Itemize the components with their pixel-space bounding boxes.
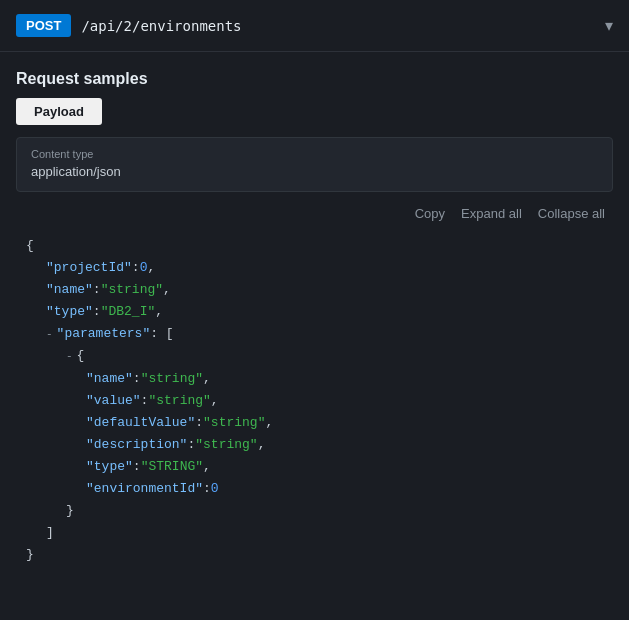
json-key: "type" xyxy=(46,301,93,323)
json-bracket: } xyxy=(66,500,74,522)
json-value: "DB2_I" xyxy=(101,301,156,323)
chevron-down-icon[interactable]: ▾ xyxy=(605,16,613,35)
json-line: "name": "string", xyxy=(26,368,603,390)
top-bar: POST /api/2/environments ▾ xyxy=(0,0,629,52)
json-line: } xyxy=(26,500,603,522)
json-key: "description" xyxy=(86,434,187,456)
json-key: "defaultValue" xyxy=(86,412,195,434)
tabs-bar: Payload xyxy=(0,98,629,137)
copy-button[interactable]: Copy xyxy=(407,202,453,225)
json-line: ] xyxy=(26,522,603,544)
json-value: 0 xyxy=(140,257,148,279)
content-type-value: application/json xyxy=(31,164,598,179)
json-line: "defaultValue": "string", xyxy=(26,412,603,434)
json-line: - { xyxy=(26,345,603,367)
json-value: "string" xyxy=(148,390,210,412)
json-key: "parameters" xyxy=(57,323,151,345)
json-line: - "parameters": [ xyxy=(26,323,603,345)
json-line: "projectId": 0, xyxy=(26,257,603,279)
json-line: "environmentId": 0 xyxy=(26,478,603,500)
json-display: { "projectId": 0, "name": "string", "typ… xyxy=(16,229,613,582)
json-line: } xyxy=(26,544,603,566)
json-key: "projectId" xyxy=(46,257,132,279)
json-key: "value" xyxy=(86,390,141,412)
collapse-icon[interactable]: - xyxy=(46,325,53,344)
tab-payload[interactable]: Payload xyxy=(16,98,102,125)
json-line: "value": "string", xyxy=(26,390,603,412)
json-open-brace: { xyxy=(26,235,34,257)
json-value: "string" xyxy=(101,279,163,301)
json-key: "type" xyxy=(86,456,133,478)
json-line: "description": "string", xyxy=(26,434,603,456)
json-line: "name": "string", xyxy=(26,279,603,301)
json-value: "STRING" xyxy=(141,456,203,478)
json-toolbar: Copy Expand all Collapse all xyxy=(0,192,629,229)
json-bracket: ] xyxy=(46,522,54,544)
content-type-label: Content type xyxy=(31,148,598,160)
section-title: Request samples xyxy=(0,52,629,98)
content-type-box: Content type application/json xyxy=(16,137,613,192)
json-value: "string" xyxy=(141,368,203,390)
json-close-brace: } xyxy=(26,544,34,566)
json-line: { xyxy=(26,235,603,257)
method-path: POST /api/2/environments xyxy=(16,14,242,37)
collapse-all-button[interactable]: Collapse all xyxy=(530,202,613,225)
json-line: "type": "STRING", xyxy=(26,456,603,478)
json-key: "name" xyxy=(86,368,133,390)
json-key: "environmentId" xyxy=(86,478,203,500)
method-badge: POST xyxy=(16,14,71,37)
json-value: "string" xyxy=(195,434,257,456)
json-key: "name" xyxy=(46,279,93,301)
collapse-icon[interactable]: - xyxy=(66,347,73,366)
endpoint-path: /api/2/environments xyxy=(81,18,241,34)
json-bracket: { xyxy=(77,345,85,367)
json-line: "type": "DB2_I", xyxy=(26,301,603,323)
expand-all-button[interactable]: Expand all xyxy=(453,202,530,225)
json-value: "string" xyxy=(203,412,265,434)
json-value: 0 xyxy=(211,478,219,500)
